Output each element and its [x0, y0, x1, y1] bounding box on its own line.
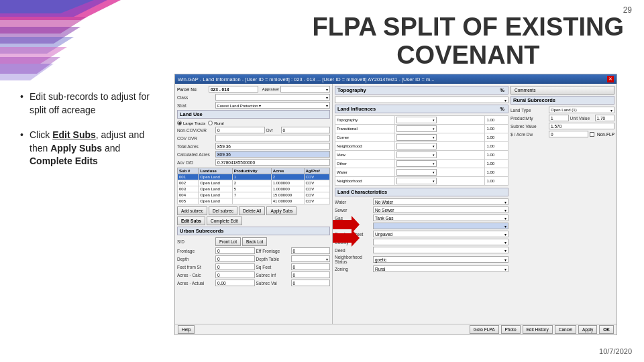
subrec-inf-value: 0: [291, 272, 331, 278]
complete-edit-button[interactable]: Complete Edit: [207, 217, 242, 225]
photo-button[interactable]: Photo: [501, 325, 521, 334]
window-title: Win.GAP - Land Information - [User ID = …: [178, 76, 435, 82]
title-line1: FLPA SPLIT OF EXISTING: [313, 13, 624, 42]
rural-label: Rural: [214, 121, 223, 125]
water-label: Water: [335, 200, 372, 204]
window-titlebar: Win.GAP - Land Information - [User ID = …: [175, 74, 616, 84]
frontage-value: 0: [215, 247, 255, 254]
electricity-value[interactable]: [373, 223, 508, 229]
influence-row: Neighborhood 1.00: [335, 142, 508, 151]
sd-label: S/D: [177, 239, 214, 244]
goto-flpa-button[interactable]: Goto FLPA: [470, 325, 499, 334]
depth-table-value[interactable]: [291, 255, 331, 262]
land-type-value[interactable]: Open Land (1): [549, 107, 614, 113]
front-lot-button[interactable]: Front Lot: [215, 237, 241, 246]
subrec-value-value: 1.570: [549, 123, 614, 129]
apply-subs-button[interactable]: Apply Subs: [266, 206, 297, 215]
strat-value[interactable]: Forest Land Protection ▾: [215, 102, 330, 109]
unit-value-label: Unit Value: [570, 116, 594, 121]
comments-button[interactable]: Comments: [511, 86, 614, 95]
non-covovr-value: 0: [215, 127, 265, 133]
eff-frontage-label: Eff Frontage: [256, 249, 290, 253]
county-value[interactable]: [373, 239, 508, 245]
del-subrec-button[interactable]: Del subrec: [209, 206, 237, 215]
zoning-label: Zoning: [335, 267, 372, 272]
depth-label: Depth: [177, 257, 214, 261]
table-row[interactable]: 003 Open Land 5 1.000000 CDV: [178, 186, 330, 192]
per-acre-dw-label: $ / Acre Dw: [511, 132, 547, 137]
svg-marker-8: [0, 64, 54, 80]
other-influence[interactable]: [396, 160, 437, 167]
neighborhood-status-value[interactable]: goetic: [373, 256, 508, 263]
road-value[interactable]: Unpaved: [373, 231, 508, 237]
topography-title: Topography %: [335, 86, 508, 95]
neighborhood-status-label: Neighborhood Status: [335, 255, 372, 264]
influence-row: Water 1.00: [335, 168, 508, 177]
cancel-button[interactable]: Cancel: [555, 325, 576, 334]
influence-row: View 1.00: [335, 151, 508, 160]
land-influences-title: Land Influences %: [335, 105, 508, 113]
bullet-item-1: Edit sub-records to adjust for split off…: [20, 90, 161, 117]
neighborhood-influence[interactable]: [396, 143, 437, 149]
per-acre-dw-value: 0: [549, 131, 588, 137]
water-value[interactable]: No Water: [373, 198, 508, 205]
table-row[interactable]: 005 Open Land 41.000000 CDV: [178, 198, 330, 204]
corner-influence[interactable]: [396, 134, 437, 141]
page-number: 29: [623, 5, 632, 15]
gas-value[interactable]: Tank Gas: [373, 215, 508, 221]
land-char-title: Land Characteristics: [335, 188, 508, 196]
total-acres-value: 859.36: [215, 143, 330, 149]
sq-feet-label: Sq Feet: [256, 265, 290, 269]
add-subrec-button[interactable]: Add subrec: [177, 206, 207, 215]
apply-button[interactable]: Apply: [578, 325, 597, 334]
feet-from-st-label: Feet from St: [177, 265, 214, 269]
window-close-button[interactable]: ✕: [607, 76, 614, 82]
ovr-label: Ovr: [266, 128, 280, 133]
sewer-value[interactable]: No Sewer: [373, 206, 508, 213]
rural-subrecords-title: Rural Subrecords: [511, 96, 614, 105]
feet-from-st-value: 0: [215, 263, 255, 270]
acv-od-value: 0.37804185500000: [215, 159, 330, 166]
sq-feet-value: 0: [291, 263, 331, 270]
subrec-inf-label: Subrec Inf: [256, 273, 290, 278]
delete-all-button[interactable]: Delete All: [239, 206, 265, 215]
table-row[interactable]: 004 Open Land 7 15.000000 CDV: [178, 192, 330, 198]
topography-influence[interactable]: [396, 117, 437, 123]
ovr-value: 0: [281, 127, 331, 133]
back-lot-button[interactable]: Back Lot: [242, 237, 267, 246]
calculated-acres-value: 809.36: [215, 151, 330, 158]
subrec-value-label: Subrec Value: [511, 124, 547, 129]
neighborhood2-influence[interactable]: [396, 178, 437, 184]
non-flp-checkbox[interactable]: [590, 132, 594, 137]
class-value[interactable]: [215, 94, 330, 101]
influence-row: Neighborhood 1.00: [335, 177, 508, 186]
strat-label: Strat: [177, 103, 214, 108]
slide-title: FLPA SPLIT OF EXISTING COVENANT: [313, 13, 624, 70]
edit-subs-button[interactable]: Edit Subs: [177, 217, 205, 225]
decorative-bands: [0, 0, 134, 94]
frontage-label: Frontage: [177, 249, 214, 253]
zoning-value[interactable]: Rural: [373, 265, 508, 272]
land-type-label: Land Type: [511, 108, 547, 113]
influence-row: Other 1.00: [335, 160, 508, 168]
class-label: Class: [177, 95, 214, 100]
appraiser-value[interactable]: [280, 86, 330, 93]
radio-large-tracts[interactable]: [177, 121, 182, 125]
transitional-influence[interactable]: [396, 125, 437, 132]
help-button[interactable]: Help: [178, 325, 195, 334]
water-influence[interactable]: [396, 169, 437, 176]
acres-calc-label: Acres - Calc: [177, 273, 214, 278]
acres-actual-value: 0.00: [215, 280, 255, 286]
view-influence[interactable]: [396, 152, 437, 158]
bullet-item-2: Click Edit Subs, adjust and then Apply S…: [20, 129, 161, 168]
table-row[interactable]: 001 Open Land 1 2 CDV: [178, 174, 330, 180]
acres-calc-value: 0: [215, 272, 255, 278]
topography-value[interactable]: [335, 97, 508, 103]
cov-ovr-value: [215, 135, 330, 141]
radio-rural[interactable]: [208, 121, 213, 125]
edit-history-button[interactable]: Edit History: [523, 325, 553, 334]
influence-row: Topography 1.00: [335, 116, 508, 125]
table-row[interactable]: 002 Open Land 2 1.000000 CDV: [178, 180, 330, 186]
deed-value[interactable]: [373, 247, 508, 253]
ok-button[interactable]: OK: [599, 325, 614, 334]
